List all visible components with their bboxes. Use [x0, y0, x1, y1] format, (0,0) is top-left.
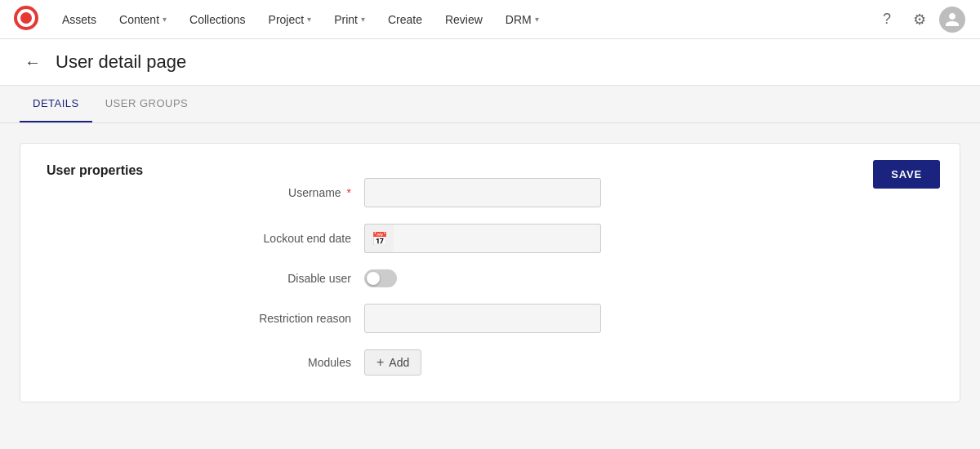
- toggle-switch[interactable]: [364, 269, 397, 287]
- page-title: User detail page: [56, 51, 186, 73]
- username-label: Username *: [204, 186, 351, 199]
- gear-icon: ⚙: [913, 11, 926, 29]
- restriction-reason-row: Restriction reason: [204, 304, 776, 333]
- disable-user-toggle[interactable]: [364, 269, 397, 287]
- nav-collections[interactable]: Collections: [180, 8, 255, 31]
- help-icon: ?: [883, 11, 891, 28]
- nav-review[interactable]: Review: [435, 8, 492, 31]
- calendar-icon: 📅: [372, 231, 388, 247]
- nav-create[interactable]: Create: [378, 8, 432, 31]
- card-title: User properties: [47, 163, 143, 177]
- date-input-wrap: 📅: [364, 224, 601, 253]
- modules-row: Modules + Add: [204, 349, 776, 376]
- toggle-thumb: [367, 272, 380, 285]
- avatar: [939, 7, 965, 33]
- back-button[interactable]: ←: [20, 49, 46, 75]
- tabs-bar: DETAILS USER GROUPS: [0, 86, 980, 123]
- restriction-reason-label: Restriction reason: [204, 312, 351, 325]
- username-row: Username *: [204, 178, 776, 207]
- tab-details[interactable]: DETAILS: [20, 86, 92, 122]
- chevron-down-icon: ▾: [163, 15, 167, 24]
- plus-icon: +: [376, 355, 384, 370]
- username-input[interactable]: [364, 178, 601, 207]
- save-button[interactable]: SAVE: [873, 160, 940, 189]
- calendar-icon-button[interactable]: 📅: [364, 224, 394, 253]
- navbar: Assets Content ▾ Collections Project ▾ P…: [0, 0, 980, 39]
- page-header: ← User detail page: [0, 39, 980, 86]
- form-fields: Username * Lockout end date 📅 Disable us…: [204, 178, 776, 376]
- nav-project[interactable]: Project ▾: [259, 8, 322, 31]
- user-avatar-button[interactable]: [938, 5, 967, 34]
- chevron-down-icon: ▾: [361, 15, 365, 24]
- main-content: User properties SAVE Username * Lockout …: [0, 123, 980, 422]
- nav-print[interactable]: Print ▾: [324, 8, 375, 31]
- nav-drm[interactable]: DRM ▾: [496, 8, 549, 31]
- chevron-down-icon: ▾: [535, 15, 539, 24]
- disable-user-row: Disable user: [204, 269, 776, 287]
- back-arrow-icon: ←: [24, 53, 41, 72]
- nav-assets[interactable]: Assets: [52, 8, 106, 31]
- add-module-button[interactable]: + Add: [364, 349, 421, 376]
- modules-label: Modules: [204, 356, 351, 369]
- app-logo[interactable]: [13, 5, 49, 33]
- tab-user-groups[interactable]: USER GROUPS: [92, 86, 202, 122]
- chevron-down-icon: ▾: [307, 15, 311, 24]
- nav-content[interactable]: Content ▾: [109, 8, 176, 31]
- lockout-end-date-row: Lockout end date 📅: [204, 224, 776, 253]
- help-button[interactable]: ?: [872, 5, 902, 34]
- user-properties-card: User properties SAVE Username * Lockout …: [20, 143, 960, 402]
- restriction-reason-input[interactable]: [364, 304, 601, 333]
- toggle-track: [364, 269, 397, 287]
- settings-button[interactable]: ⚙: [905, 5, 934, 34]
- lockout-end-date-label: Lockout end date: [204, 232, 351, 245]
- required-indicator: *: [347, 186, 351, 199]
- lockout-end-date-input[interactable]: [394, 224, 601, 253]
- disable-user-label: Disable user: [204, 272, 351, 285]
